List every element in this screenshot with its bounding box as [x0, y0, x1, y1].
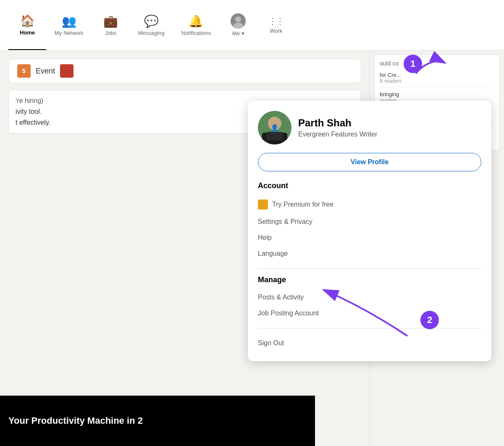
profile-info: Parth Shah Evergreen Features Writer [298, 117, 377, 138]
event-icon: 5 [17, 64, 31, 78]
job-posting-menu-item[interactable]: Job Posting Account [258, 305, 481, 321]
navbar: 🏠 Home 👥 My Network 💼 Jobs 💬 Messaging 🔔… [0, 0, 504, 50]
sidebar-item-1: for Cre... B readers [380, 68, 494, 88]
event-label: Event [36, 67, 55, 76]
notifications-icon: 🔔 [189, 14, 203, 28]
premium-menu-item[interactable]: Try Premium for free [258, 195, 481, 214]
avatar [231, 13, 246, 29]
bottom-black-bar: Your Productivity Machine in 2 [0, 396, 315, 446]
sidebar-partial: ould co [380, 60, 494, 67]
view-profile-button[interactable]: View Profile [258, 153, 481, 171]
work-icon: ⋮⋮ [268, 16, 284, 26]
nav-jobs[interactable]: 💼 Jobs [92, 0, 130, 50]
account-section-title: Account [258, 181, 481, 190]
sidebar-item-1-readers: B readers [380, 78, 494, 84]
main-area: 5 Event 're hiring) ivity tool. t effect… [0, 50, 504, 446]
settings-label: Settings & Privacy [258, 218, 312, 226]
language-label: Language [258, 250, 288, 257]
help-label: Help [258, 234, 272, 241]
home-icon: 🏠 [20, 14, 35, 28]
help-menu-item[interactable]: Help [258, 230, 481, 246]
nav-messaging-label: Messaging [138, 30, 165, 36]
svg-point-1 [235, 16, 241, 22]
section-divider [258, 268, 481, 269]
nav-home-label: Home [20, 29, 35, 36]
svg-text:👤: 👤 [270, 124, 279, 132]
nav-me-label: Me ▾ [232, 30, 244, 37]
sidebar-item-1-label: for Cre... [380, 72, 494, 78]
nav-messaging[interactable]: 💬 Messaging [130, 0, 173, 50]
nav-me[interactable]: Me ▾ [219, 0, 257, 50]
sign-out-item[interactable]: Sign Out [258, 335, 481, 351]
premium-icon [258, 199, 268, 210]
jobs-icon: 💼 [103, 14, 118, 28]
job-posting-label: Job Posting Account [258, 310, 319, 317]
bottom-bar-text: Your Productivity Machine in 2 [8, 415, 143, 426]
orange-icon [60, 64, 74, 78]
settings-menu-item[interactable]: Settings & Privacy [258, 214, 481, 230]
manage-section-title: Manage [258, 275, 481, 284]
premium-label: Try Premium for free [272, 201, 333, 208]
nav-notifications[interactable]: 🔔 Notifications [173, 0, 220, 50]
section-divider-2 [258, 328, 481, 328]
nav-jobs-label: Jobs [105, 30, 116, 36]
profile-section: 👤 Parth Shah Evergreen Features Writer [258, 111, 481, 144]
nav-my-network[interactable]: 👥 My Network [46, 0, 92, 50]
posts-activity-menu-item[interactable]: Posts & Activity [258, 289, 481, 305]
nav-home[interactable]: 🏠 Home [8, 0, 46, 50]
profile-title: Evergreen Features Writer [298, 131, 377, 138]
sign-out-label: Sign Out [258, 339, 284, 346]
nav-work-label: Work [270, 28, 282, 34]
profile-dropdown: 👤 Parth Shah Evergreen Features Writer V… [248, 101, 491, 361]
sidebar-item-2-label: bringing [380, 91, 494, 97]
profile-name: Parth Shah [298, 117, 377, 129]
messaging-icon: 💬 [144, 14, 159, 28]
my-network-icon: 👥 [62, 14, 76, 28]
profile-avatar: 👤 [258, 111, 291, 144]
posts-activity-label: Posts & Activity [258, 294, 304, 301]
nav-notifications-label: Notifications [181, 30, 211, 36]
event-bar: 5 Event [8, 59, 361, 83]
svg-rect-6 [266, 132, 283, 140]
nav-work[interactable]: ⋮⋮ Work [257, 0, 295, 50]
nav-my-network-label: My Network [55, 30, 84, 36]
language-menu-item[interactable]: Language [258, 246, 481, 262]
